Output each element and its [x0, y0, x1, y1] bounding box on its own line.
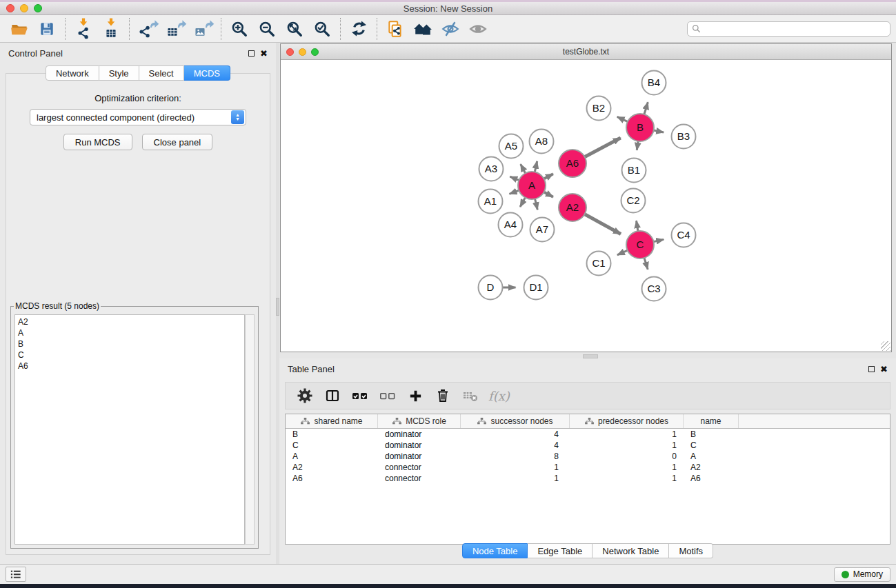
sort-column-icon [392, 417, 402, 425]
show-details-button[interactable] [464, 17, 492, 41]
criterion-selected-value: largest connected component (directed) [37, 112, 231, 123]
sort-column-icon [300, 417, 310, 425]
search-field[interactable] [687, 21, 890, 37]
show-panels-list-button[interactable] [6, 567, 26, 582]
export-table-button[interactable] [161, 17, 189, 41]
export-image-button[interactable] [189, 17, 217, 41]
float-table-panel-icon[interactable] [868, 366, 875, 372]
result-item[interactable]: A6 [18, 361, 244, 372]
mcds-panel: Optimization criterion: largest connecte… [6, 73, 270, 555]
deselect-all-button[interactable] [375, 385, 400, 407]
new-network-from-selection-button[interactable] [381, 17, 409, 41]
status-bar: Memory [0, 564, 896, 584]
graph-node-label: C3 [647, 283, 660, 294]
column-header-shared-name[interactable]: shared name [286, 414, 378, 428]
app-title: Session: New Session [0, 3, 896, 14]
table-cell: dominator [378, 429, 461, 439]
sort-column-icon [584, 417, 595, 425]
search-input[interactable] [704, 24, 886, 34]
window-resize-grip[interactable] [881, 341, 890, 351]
float-panel-icon[interactable] [248, 50, 255, 57]
graph-node-label: C1 [592, 257, 605, 269]
control-panel-title: Control Panel [8, 48, 63, 59]
zoom-in-button[interactable] [226, 17, 253, 41]
create-column-button[interactable] [403, 385, 428, 407]
application-window: Session: New Session [0, 0, 896, 588]
table-row[interactable]: A2connector11A2 [286, 462, 890, 473]
table-header-row[interactable]: shared nameMCDS rolesuccessor nodesprede… [286, 414, 890, 429]
node-table[interactable]: shared nameMCDS rolesuccessor nodesprede… [285, 414, 890, 545]
tab-edge-table[interactable]: Edge Table [528, 543, 593, 558]
table-row[interactable]: Cdominator41C [286, 440, 890, 451]
graph-node-label: A7 [536, 223, 548, 235]
table-cell: 1 [461, 474, 570, 483]
mcds-result-group: MCDS result (5 nodes) A2ABCA6 [10, 301, 259, 549]
column-header-successor-nodes[interactable]: successor nodes [461, 414, 570, 428]
table-row[interactable]: Bdominator41B [286, 429, 890, 440]
first-neighbors-button[interactable] [409, 17, 437, 41]
import-table-button[interactable] [97, 17, 125, 41]
save-session-button[interactable] [33, 17, 61, 41]
refresh-view-button[interactable] [345, 17, 372, 41]
graph-node-label: A1 [484, 195, 497, 207]
tab-node-table[interactable]: Node Table [462, 543, 528, 558]
result-item[interactable]: A2 [18, 316, 244, 327]
close-panel-icon[interactable]: ✖ [260, 50, 268, 57]
result-item[interactable]: A [18, 327, 244, 338]
import-network-button[interactable] [70, 17, 97, 41]
result-item[interactable]: B [18, 338, 244, 349]
column-header-predecessor-nodes[interactable]: predecessor nodes [570, 414, 684, 428]
column-header-MCDS-role[interactable]: MCDS role [378, 414, 461, 428]
graph-node-label: B2 [593, 102, 605, 114]
tab-motifs[interactable]: Motifs [669, 543, 713, 558]
run-mcds-button[interactable]: Run MCDS [63, 134, 132, 150]
table-cell: dominator [378, 452, 461, 461]
result-scrollbar[interactable] [245, 314, 255, 545]
result-item[interactable]: C [18, 349, 244, 361]
network-view-window[interactable]: testGlobe.txt B4B2BB3A8A5A6A3B1AA1C2A2A4… [280, 43, 892, 352]
search-icon [692, 24, 701, 33]
delete-column-button[interactable] [430, 385, 455, 407]
close-table-panel-icon[interactable]: ✖ [880, 366, 888, 372]
network-window-title: testGlobe.txt [281, 47, 891, 57]
graph-node-label: B [637, 121, 644, 133]
table-row[interactable]: A6connector11A6 [286, 473, 890, 484]
memory-button[interactable]: Memory [834, 567, 890, 582]
zoom-fit-button[interactable] [281, 17, 308, 41]
select-all-button[interactable] [348, 385, 372, 407]
tab-select[interactable]: Select [139, 65, 184, 81]
network-graph[interactable]: B4B2BB3A8A5A6A3B1AA1C2A2A4A7C4CC1C3DD1 [281, 60, 891, 352]
tab-network-table[interactable]: Network Table [593, 543, 669, 558]
memory-status-icon [842, 571, 849, 578]
table-row[interactable]: Adominator80A [286, 451, 890, 462]
close-panel-button[interactable]: Close panel [142, 134, 213, 150]
graph-node-label: A2 [566, 201, 579, 213]
network-window-titlebar[interactable]: testGlobe.txt [281, 44, 891, 60]
table-cell: 8 [461, 452, 570, 461]
zoom-selected-button[interactable] [308, 17, 336, 41]
open-session-button[interactable] [6, 17, 33, 41]
network-canvas[interactable]: B4B2BB3A8A5A6A3B1AA1C2A2A4A7C4CC1C3DD1 [281, 60, 891, 352]
toolbar-separator [129, 18, 130, 40]
table-cell: 4 [461, 429, 570, 439]
tab-network[interactable]: Network [46, 65, 99, 81]
column-header-name[interactable]: name [684, 414, 739, 428]
graph-node-label: B1 [628, 164, 640, 176]
function-builder-button[interactable]: f(x) [488, 389, 510, 403]
criterion-dropdown[interactable]: largest connected component (directed) ▲… [30, 109, 246, 125]
mcds-result-list[interactable]: A2ABCA6 [14, 314, 245, 545]
table-cell: 4 [461, 440, 570, 450]
app-titlebar[interactable]: Session: New Session [0, 2, 896, 15]
export-network-button[interactable] [134, 17, 161, 41]
graph-node-label: C [637, 239, 644, 250]
show-column-button[interactable] [320, 385, 345, 407]
table-settings-button[interactable] [292, 385, 317, 407]
graph-node-label: B3 [677, 130, 690, 142]
tab-mcds[interactable]: MCDS [184, 65, 230, 81]
delete-table-button[interactable] [458, 385, 483, 407]
tab-style[interactable]: Style [99, 65, 139, 81]
table-cell: 0 [570, 452, 684, 461]
hide-details-button[interactable] [437, 17, 464, 41]
table-cell: C [286, 440, 378, 450]
zoom-out-button[interactable] [253, 17, 281, 41]
